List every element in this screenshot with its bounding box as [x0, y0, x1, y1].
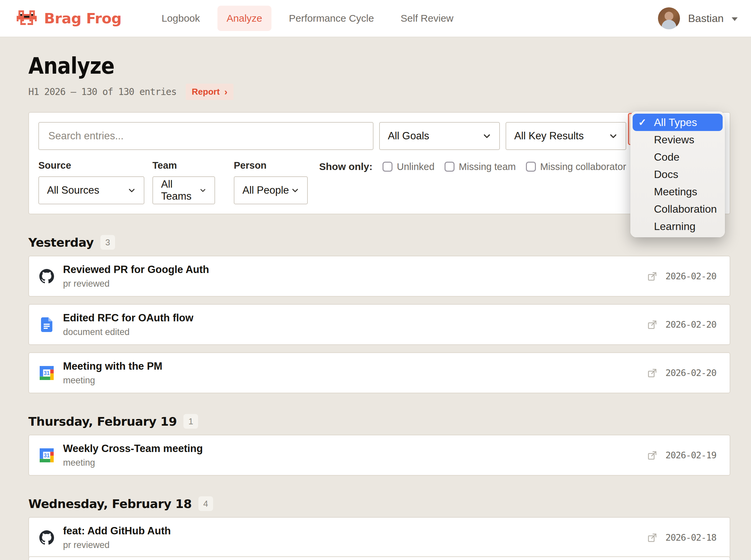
- svg-text:31: 31: [44, 370, 50, 376]
- person-select[interactable]: All People: [234, 176, 308, 204]
- google-calendar-icon: 31: [39, 366, 54, 380]
- nav-item-logbook[interactable]: Logbook: [152, 6, 209, 31]
- entry-group-yesterday: Yesterday 3 Reviewed PR for Google Auth …: [28, 235, 730, 393]
- menu-item-all-types[interactable]: ✓ All Types: [633, 114, 723, 131]
- source-label: Source: [38, 160, 144, 171]
- entry-card[interactable]: feat: Add GitHub Auth pr reviewed 2026-0…: [28, 517, 730, 558]
- key-results-select-value: All Key Results: [514, 130, 584, 142]
- show-only-label: Show only:: [319, 161, 373, 172]
- show-only-group: Show only: Unlinked Missing team Missing…: [319, 161, 626, 172]
- group-count-badge: 1: [183, 414, 198, 429]
- entry-title: Meeting with the PM: [63, 360, 162, 372]
- key-results-select[interactable]: All Key Results: [506, 122, 626, 150]
- entry-card[interactable]: Reviewed PR for Google Auth pr reviewed …: [28, 256, 730, 297]
- nav-item-analyze[interactable]: Analyze: [217, 6, 272, 31]
- entry-card[interactable]: Edited RFC for OAuth flow document edite…: [28, 304, 730, 345]
- external-link-icon[interactable]: [647, 271, 657, 281]
- entry-text: Meeting with the PM meeting: [63, 360, 162, 386]
- goals-select-value: All Goals: [388, 130, 429, 142]
- group-count-badge: 3: [100, 235, 115, 250]
- entry-subtitle: document edited: [63, 327, 193, 337]
- entry-text: Weekly Cross-Team meeting meeting: [63, 443, 203, 468]
- entry-meta: 2026-02-20: [647, 368, 716, 378]
- checkbox-unlinked-label: Unlinked: [397, 161, 435, 172]
- group-title: Wednesday, February 18: [28, 497, 192, 511]
- nav-item-self-review[interactable]: Self Review: [391, 6, 462, 31]
- external-link-icon[interactable]: [647, 320, 657, 330]
- entry-list: Reviewed PR for Google Auth pr reviewed …: [28, 256, 730, 393]
- checkbox-unlinked[interactable]: Unlinked: [382, 161, 435, 172]
- menu-item-label: All Types: [654, 116, 697, 129]
- entry-date: 2026-02-20: [665, 368, 716, 378]
- menu-item-label: Docs: [654, 168, 678, 181]
- report-link[interactable]: Report ›: [186, 84, 233, 100]
- menu-item-learning[interactable]: Learning: [633, 218, 723, 235]
- filter-panel: All Goals All Key Results Source All Sou…: [28, 112, 730, 214]
- source-select[interactable]: All Sources: [38, 176, 144, 204]
- entry-text: Reviewed PR for Google Auth pr reviewed: [63, 264, 209, 289]
- user-name: Bastian: [688, 12, 724, 25]
- avatar: [658, 7, 680, 29]
- source-select-value: All Sources: [47, 184, 99, 196]
- menu-item-label: Code: [654, 151, 680, 163]
- entry-meta: 2026-02-18: [647, 532, 716, 543]
- team-select[interactable]: All Teams: [152, 176, 215, 204]
- nav-item-performance-cycle[interactable]: Performance Cycle: [279, 6, 383, 31]
- checkbox-missing-collaborator-label: Missing collaborator: [540, 161, 626, 172]
- checkbox-missing-collaborator[interactable]: Missing collaborator: [526, 161, 626, 172]
- entry-card-partial[interactable]: [28, 556, 730, 560]
- menu-item-label: Reviews: [654, 134, 694, 146]
- team-label: Team: [152, 160, 215, 171]
- entry-subtitle: pr reviewed: [63, 540, 171, 550]
- menu-item-collaboration[interactable]: Collaboration: [633, 200, 723, 218]
- chevron-down-icon: [732, 17, 738, 21]
- group-header: Thursday, February 19 1: [28, 414, 730, 429]
- entry-title: feat: Add GitHub Auth: [63, 525, 171, 537]
- top-nav: Brag Frog Logbook Analyze Performance Cy…: [0, 0, 751, 37]
- menu-item-code[interactable]: Code: [633, 148, 723, 166]
- svg-text:31: 31: [44, 452, 50, 458]
- entry-meta: 2026-02-20: [647, 271, 716, 281]
- entry-card[interactable]: 31 Meeting with the PM meeting 2026-02-2…: [28, 352, 730, 393]
- search-input[interactable]: [38, 122, 374, 150]
- group-header: Wednesday, February 18 4: [28, 496, 730, 511]
- menu-item-reviews[interactable]: Reviews: [633, 131, 723, 148]
- entry-title: Weekly Cross-Team meeting: [63, 443, 203, 455]
- checkbox-missing-team-label: Missing team: [459, 161, 516, 172]
- entry-card[interactable]: 31 Weekly Cross-Team meeting meeting 202…: [28, 435, 730, 476]
- user-menu[interactable]: Bastian: [658, 7, 738, 29]
- menu-item-label: Learning: [654, 220, 696, 233]
- checkbox-icon: [444, 162, 455, 172]
- report-label: Report: [192, 87, 220, 97]
- entry-list: feat: Add GitHub Auth pr reviewed 2026-0…: [28, 517, 730, 558]
- goals-select[interactable]: All Goals: [379, 122, 500, 150]
- entry-subtitle: meeting: [63, 458, 203, 468]
- filter-row-secondary: Source All Sources Team All Teams Person…: [38, 160, 720, 204]
- chevron-down-icon: [482, 132, 491, 140]
- brag-frog-logo-icon: [17, 10, 37, 26]
- menu-item-label: Collaboration: [654, 203, 717, 215]
- checkmark-icon: ✓: [638, 117, 646, 128]
- team-filter: Team All Teams: [152, 160, 215, 204]
- external-link-icon[interactable]: [647, 368, 657, 378]
- menu-item-meetings[interactable]: Meetings: [633, 183, 723, 200]
- google-calendar-icon: 31: [39, 448, 54, 462]
- menu-item-docs[interactable]: Docs: [633, 166, 723, 183]
- entry-title: Reviewed PR for Google Auth: [63, 264, 209, 276]
- external-link-icon[interactable]: [647, 450, 657, 460]
- types-dropdown-menu: ✓ All Types Reviews Code Docs Meetings C…: [630, 111, 725, 237]
- entries-count-text: H1 2026 — 130 of 130 entries: [28, 86, 176, 97]
- checkbox-missing-team[interactable]: Missing team: [444, 161, 516, 172]
- group-title: Thursday, February 19: [28, 415, 177, 428]
- github-icon: [39, 530, 54, 545]
- brand[interactable]: Brag Frog: [17, 10, 121, 27]
- group-count-badge: 4: [198, 496, 213, 511]
- chevron-down-icon: [199, 186, 206, 194]
- main-nav: Logbook Analyze Performance Cycle Self R…: [152, 6, 462, 31]
- entry-date: 2026-02-20: [665, 319, 716, 330]
- group-title: Yesterday: [28, 236, 94, 249]
- entry-subtitle: meeting: [63, 375, 162, 386]
- external-link-icon[interactable]: [647, 533, 657, 543]
- entry-subtitle: pr reviewed: [63, 279, 209, 289]
- entry-date: 2026-02-20: [665, 271, 716, 281]
